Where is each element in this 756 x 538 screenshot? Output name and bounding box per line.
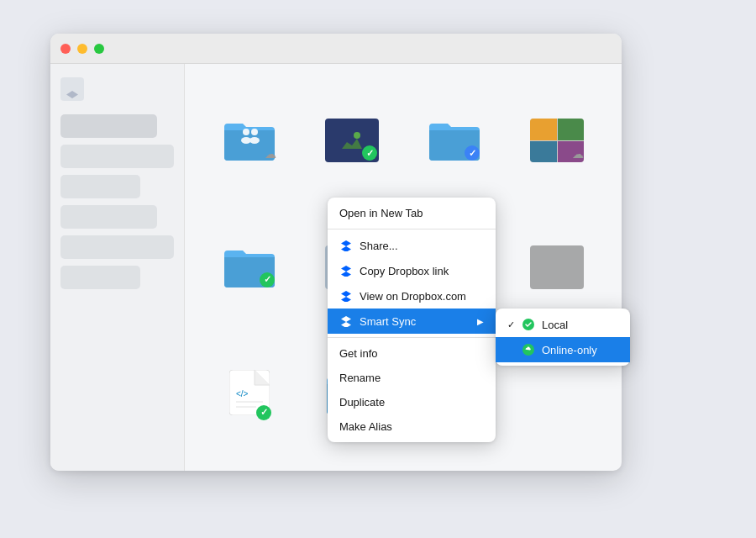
menu-item-make-alias[interactable]: Make Alias (328, 414, 496, 439)
maximize-button[interactable] (94, 44, 104, 54)
menu-item-label: Duplicate (339, 396, 385, 409)
svg-point-3 (251, 129, 258, 135)
menu-item-open-new-tab[interactable]: Open in New Tab (328, 201, 496, 225)
submenu-item-online-only[interactable]: ✓ Online-only (496, 337, 630, 362)
folder-icon: ✓ (223, 245, 276, 289)
minimize-button[interactable] (77, 44, 87, 54)
sidebar-item-3[interactable] (60, 175, 140, 198)
menu-item-rename[interactable]: Rename (328, 366, 496, 390)
dropbox-share-icon (339, 239, 353, 252)
check-icon: ✓ (507, 319, 515, 330)
file-item[interactable]: ☁ (202, 81, 297, 201)
menu-item-label: Make Alias (339, 420, 392, 433)
svg-rect-5 (339, 127, 365, 154)
submenu-item-label: Local (542, 319, 568, 331)
folder-icon: ☁ (223, 119, 276, 162)
dropbox-link-icon (339, 264, 353, 277)
svg-text:</>: </> (236, 389, 249, 398)
green-local-icon (522, 318, 535, 331)
close-button[interactable] (60, 44, 71, 54)
submenu: ✓ Local ✓ (496, 309, 630, 366)
dark-image-icon (530, 245, 584, 289)
dropbox-web-icon (339, 289, 353, 303)
menu-item-get-info[interactable]: Get info (328, 341, 496, 366)
menu-item-view-web[interactable]: View on Dropbox.com (328, 283, 496, 309)
sidebar-item-1[interactable] (60, 114, 157, 138)
file-item[interactable]: </> ✓ (202, 334, 297, 454)
sidebar (50, 64, 185, 471)
submenu-arrow-icon: ▶ (477, 317, 484, 326)
sync-badge-icon: ✓ (256, 405, 271, 420)
menu-item-label: Share... (360, 240, 398, 252)
folder-icon: ✓ (428, 119, 481, 162)
context-menu: Open in New Tab Share... Copy Dropbox li… (328, 198, 496, 442)
menu-item-duplicate[interactable]: Duplicate (328, 390, 496, 414)
dropbox-logo-icon (60, 77, 84, 101)
menu-item-label: View on Dropbox.com (360, 290, 466, 303)
titlebar (50, 34, 622, 64)
sidebar-item-5[interactable] (60, 235, 174, 259)
sync-badge-icon: ✓ (260, 272, 275, 287)
sidebar-item-6[interactable] (60, 266, 140, 289)
image-file-icon: ✓ (325, 119, 379, 162)
image-collage-icon: ☁ (530, 119, 584, 162)
menu-item-label: Open in New Tab (339, 207, 423, 219)
file-item[interactable]: ☁ (509, 81, 605, 201)
menu-item-label: Smart Sync (360, 315, 416, 328)
sidebar-item-2[interactable] (60, 145, 174, 168)
menu-item-share[interactable]: Share... (328, 233, 496, 258)
scene: ☁ (50, 34, 706, 504)
menu-item-smart-sync[interactable]: Smart Sync ▶ ✓ Local ✓ (328, 309, 496, 334)
submenu-item-local[interactable]: ✓ Local (496, 312, 630, 337)
people-overlay-icon (238, 125, 261, 144)
sidebar-item-4[interactable] (60, 205, 157, 229)
file-item[interactable]: ✓ (407, 81, 502, 201)
doc-file-icon: </> ✓ (229, 370, 270, 419)
menu-item-label: Copy Dropbox link (360, 265, 449, 277)
cloud-online-icon (522, 343, 535, 356)
menu-item-label: Rename (339, 372, 381, 384)
svg-point-6 (354, 132, 360, 139)
svg-point-1 (243, 129, 249, 135)
svg-point-4 (249, 137, 260, 144)
menu-item-label: Get info (339, 347, 378, 360)
menu-divider-2 (328, 337, 496, 338)
file-item[interactable]: ✓ (304, 81, 400, 201)
submenu-item-label: Online-only (542, 344, 597, 356)
file-item[interactable]: ✓ (202, 208, 297, 328)
menu-divider (328, 229, 496, 229)
cloud-badge-icon: ☁ (265, 147, 276, 161)
menu-item-copy-link[interactable]: Copy Dropbox link (328, 258, 496, 283)
dropbox-sync-icon (339, 314, 353, 328)
cloud-badge-icon: ☁ (572, 147, 584, 161)
